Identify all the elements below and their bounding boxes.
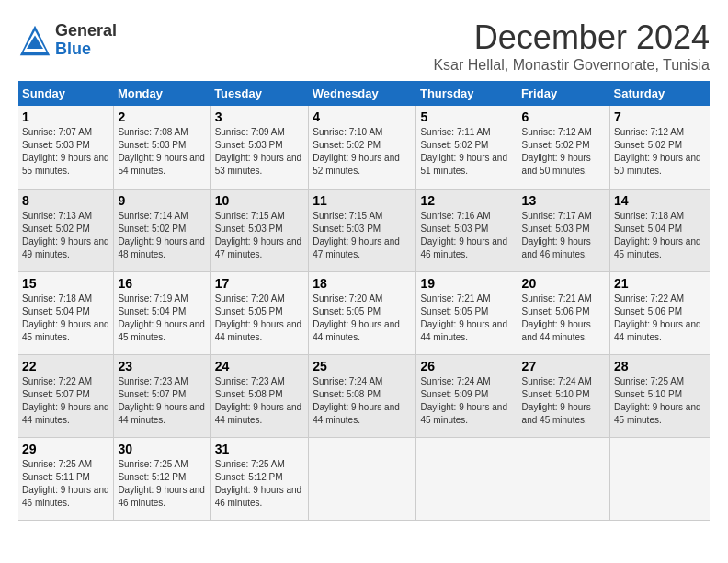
logo-blue: Blue — [55, 40, 117, 59]
day-info: Sunrise: 7:25 AMSunset: 5:12 PMDaylight:… — [118, 458, 206, 510]
header-day: Thursday — [416, 81, 518, 106]
calendar-cell: 25Sunrise: 7:24 AMSunset: 5:08 PMDayligh… — [309, 354, 416, 437]
day-info: Sunrise: 7:11 AMSunset: 5:02 PMDaylight:… — [420, 126, 513, 178]
day-number: 23 — [118, 359, 206, 373]
calendar-cell: 19Sunrise: 7:21 AMSunset: 5:05 PMDayligh… — [416, 271, 518, 354]
calendar-cell — [610, 437, 710, 520]
day-number: 14 — [614, 193, 706, 208]
day-info: Sunrise: 7:24 AMSunset: 5:09 PMDaylight:… — [420, 375, 513, 427]
header-day: Saturday — [610, 81, 710, 106]
day-number: 13 — [522, 193, 606, 208]
header-day: Tuesday — [210, 81, 309, 106]
day-info: Sunrise: 7:17 AMSunset: 5:03 PMDaylight:… — [522, 210, 606, 261]
day-number: 24 — [215, 359, 305, 373]
day-number: 2 — [118, 109, 206, 124]
calendar-cell — [518, 437, 609, 520]
calendar-cell: 15Sunrise: 7:18 AMSunset: 5:04 PMDayligh… — [18, 271, 114, 354]
day-number: 31 — [215, 442, 305, 456]
calendar-cell: 9Sunrise: 7:14 AMSunset: 5:02 PMDaylight… — [114, 189, 210, 271]
day-number: 28 — [614, 359, 706, 373]
calendar-cell: 18Sunrise: 7:20 AMSunset: 5:05 PMDayligh… — [309, 271, 416, 354]
logo: General Blue — [18, 22, 117, 59]
calendar-cell — [309, 437, 416, 520]
day-info: Sunrise: 7:22 AMSunset: 5:07 PMDaylight:… — [22, 375, 109, 427]
calendar-table: SundayMondayTuesdayWednesdayThursdayFrid… — [18, 81, 710, 521]
calendar-cell: 29Sunrise: 7:25 AMSunset: 5:11 PMDayligh… — [18, 437, 114, 520]
day-info: Sunrise: 7:18 AMSunset: 5:04 PMDaylight:… — [22, 293, 109, 344]
calendar-cell: 30Sunrise: 7:25 AMSunset: 5:12 PMDayligh… — [114, 437, 210, 520]
calendar-cell: 28Sunrise: 7:25 AMSunset: 5:10 PMDayligh… — [610, 354, 710, 437]
day-info: Sunrise: 7:09 AMSunset: 5:03 PMDaylight:… — [215, 126, 305, 178]
logo-text: General Blue — [55, 22, 117, 59]
header-day: Monday — [114, 81, 210, 106]
day-info: Sunrise: 7:23 AMSunset: 5:08 PMDaylight:… — [215, 375, 305, 427]
day-number: 16 — [118, 276, 206, 291]
day-info: Sunrise: 7:25 AMSunset: 5:10 PMDaylight:… — [614, 375, 706, 427]
day-info: Sunrise: 7:22 AMSunset: 5:06 PMDaylight:… — [614, 293, 706, 344]
header-day: Sunday — [18, 81, 114, 106]
calendar-cell: 6Sunrise: 7:12 AMSunset: 5:02 PMDaylight… — [518, 106, 609, 189]
day-number: 1 — [22, 109, 109, 124]
day-info: Sunrise: 7:19 AMSunset: 5:04 PMDaylight:… — [118, 293, 206, 344]
title-area: December 2024 Ksar Hellal, Monastir Gove… — [433, 18, 710, 74]
calendar-cell: 12Sunrise: 7:16 AMSunset: 5:03 PMDayligh… — [416, 189, 518, 271]
day-info: Sunrise: 7:25 AMSunset: 5:12 PMDaylight:… — [215, 458, 305, 510]
subtitle: Ksar Hellal, Monastir Governorate, Tunis… — [433, 57, 710, 74]
day-info: Sunrise: 7:12 AMSunset: 5:02 PMDaylight:… — [614, 126, 706, 178]
day-info: Sunrise: 7:07 AMSunset: 5:03 PMDaylight:… — [22, 126, 109, 178]
day-info: Sunrise: 7:20 AMSunset: 5:05 PMDaylight:… — [313, 293, 412, 344]
day-info: Sunrise: 7:08 AMSunset: 5:03 PMDaylight:… — [118, 126, 206, 178]
day-number: 9 — [118, 193, 206, 208]
day-info: Sunrise: 7:12 AMSunset: 5:02 PMDaylight:… — [522, 126, 606, 178]
day-number: 25 — [313, 359, 412, 373]
calendar-cell: 3Sunrise: 7:09 AMSunset: 5:03 PMDaylight… — [210, 106, 309, 189]
header: General Blue December 2024 Ksar Hellal, … — [18, 18, 710, 74]
day-number: 15 — [22, 276, 109, 291]
day-info: Sunrise: 7:10 AMSunset: 5:02 PMDaylight:… — [313, 126, 412, 178]
calendar-cell: 27Sunrise: 7:24 AMSunset: 5:10 PMDayligh… — [518, 354, 609, 437]
calendar-cell: 20Sunrise: 7:21 AMSunset: 5:06 PMDayligh… — [518, 271, 609, 354]
calendar-week-row: 15Sunrise: 7:18 AMSunset: 5:04 PMDayligh… — [18, 271, 710, 354]
day-number: 19 — [420, 276, 513, 291]
day-number: 10 — [215, 193, 305, 208]
day-info: Sunrise: 7:14 AMSunset: 5:02 PMDaylight:… — [118, 210, 206, 261]
calendar-week-row: 29Sunrise: 7:25 AMSunset: 5:11 PMDayligh… — [18, 437, 710, 520]
calendar-cell: 23Sunrise: 7:23 AMSunset: 5:07 PMDayligh… — [114, 354, 210, 437]
day-info: Sunrise: 7:25 AMSunset: 5:11 PMDaylight:… — [22, 458, 109, 510]
day-info: Sunrise: 7:21 AMSunset: 5:06 PMDaylight:… — [522, 293, 606, 344]
header-day: Wednesday — [309, 81, 416, 106]
day-number: 20 — [522, 276, 606, 291]
calendar-cell: 1Sunrise: 7:07 AMSunset: 5:03 PMDaylight… — [18, 106, 114, 189]
logo-general: General — [55, 22, 117, 40]
calendar-cell: 4Sunrise: 7:10 AMSunset: 5:02 PMDaylight… — [309, 106, 416, 189]
calendar-cell — [416, 437, 518, 520]
calendar-cell: 11Sunrise: 7:15 AMSunset: 5:03 PMDayligh… — [309, 189, 416, 271]
day-info: Sunrise: 7:13 AMSunset: 5:02 PMDaylight:… — [22, 210, 109, 261]
day-number: 30 — [118, 442, 206, 456]
day-number: 4 — [313, 109, 412, 124]
day-info: Sunrise: 7:24 AMSunset: 5:08 PMDaylight:… — [313, 375, 412, 427]
day-info: Sunrise: 7:21 AMSunset: 5:05 PMDaylight:… — [420, 293, 513, 344]
calendar-cell: 5Sunrise: 7:11 AMSunset: 5:02 PMDaylight… — [416, 106, 518, 189]
day-number: 11 — [313, 193, 412, 208]
calendar-cell: 21Sunrise: 7:22 AMSunset: 5:06 PMDayligh… — [610, 271, 710, 354]
day-info: Sunrise: 7:15 AMSunset: 5:03 PMDaylight:… — [313, 210, 412, 261]
day-number: 12 — [420, 193, 513, 208]
day-number: 26 — [420, 359, 513, 373]
calendar-body: 1Sunrise: 7:07 AMSunset: 5:03 PMDaylight… — [18, 106, 710, 520]
day-info: Sunrise: 7:15 AMSunset: 5:03 PMDaylight:… — [215, 210, 305, 261]
day-number: 21 — [614, 276, 706, 291]
day-number: 22 — [22, 359, 109, 373]
calendar-cell: 24Sunrise: 7:23 AMSunset: 5:08 PMDayligh… — [210, 354, 309, 437]
calendar-cell: 22Sunrise: 7:22 AMSunset: 5:07 PMDayligh… — [18, 354, 114, 437]
day-number: 5 — [420, 109, 513, 124]
day-number: 29 — [22, 442, 109, 456]
calendar-week-row: 8Sunrise: 7:13 AMSunset: 5:02 PMDaylight… — [18, 189, 710, 271]
calendar-cell: 8Sunrise: 7:13 AMSunset: 5:02 PMDaylight… — [18, 189, 114, 271]
day-info: Sunrise: 7:18 AMSunset: 5:04 PMDaylight:… — [614, 210, 706, 261]
calendar-cell: 31Sunrise: 7:25 AMSunset: 5:12 PMDayligh… — [210, 437, 309, 520]
day-info: Sunrise: 7:20 AMSunset: 5:05 PMDaylight:… — [215, 293, 305, 344]
day-info: Sunrise: 7:16 AMSunset: 5:03 PMDaylight:… — [420, 210, 513, 261]
calendar-cell: 16Sunrise: 7:19 AMSunset: 5:04 PMDayligh… — [114, 271, 210, 354]
logo-icon — [18, 24, 51, 57]
